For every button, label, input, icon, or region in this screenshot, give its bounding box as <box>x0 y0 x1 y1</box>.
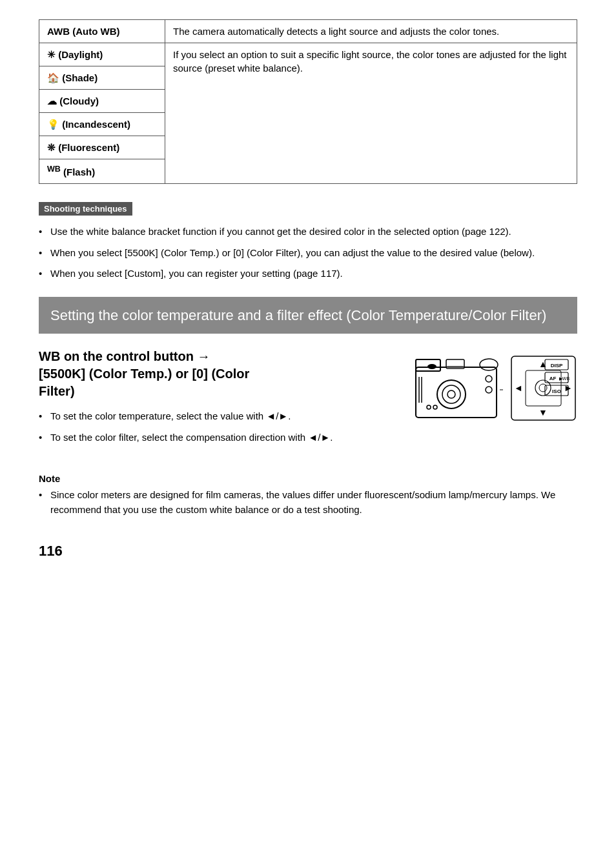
wb-section: WB on the control button →[5500K] (Color… <box>39 348 577 460</box>
table-cell-label-flash: WB (Flash) <box>39 159 165 184</box>
wb-bullet-list: To set the color temperature, select the… <box>39 409 384 445</box>
svg-text:▼: ▼ <box>539 407 548 418</box>
svg-text:▲: ▲ <box>539 359 548 369</box>
list-item: To set the color filter, select the comp… <box>39 430 384 445</box>
svg-point-6 <box>480 359 498 370</box>
list-item: Since color meters are designed for film… <box>39 488 577 517</box>
table-cell-desc-awb: The camera automatically detects a light… <box>165 20 577 43</box>
table-cell-label-cloudy: ☁ (Cloudy) <box>39 90 165 113</box>
list-item: When you select [5500K] (Color Temp.) or… <box>39 246 577 261</box>
camera-control-icon: DISP AF ▶WB ISO ◄ ► ▲ ▼ <box>509 354 577 422</box>
note-section: Note Since color meters are designed for… <box>39 473 577 517</box>
svg-text:AF: AF <box>549 376 557 381</box>
svg-text:ISO: ISO <box>552 389 561 394</box>
table-cell-label-fluorescent: ❊ (Fluorescent) <box>39 136 165 159</box>
wb-col-left: WB on the control button →[5500K] (Color… <box>39 348 384 460</box>
list-item: When you select [Custom], you can regist… <box>39 267 577 281</box>
list-item: To set the color temperature, select the… <box>39 409 384 424</box>
svg-point-2 <box>437 380 466 409</box>
note-list: Since color meters are designed for film… <box>39 488 577 517</box>
table-cell-label: AWB (Auto WB) <box>39 20 165 43</box>
svg-point-4 <box>447 390 455 398</box>
svg-point-7 <box>427 364 436 369</box>
svg-rect-0 <box>416 367 497 418</box>
table-cell-label-shade: 🏠 (Shade) <box>39 66 165 90</box>
svg-point-12 <box>433 405 437 409</box>
shooting-techniques-badge: Shooting techniques <box>39 202 132 216</box>
svg-point-11 <box>427 405 431 409</box>
svg-text:DISP: DISP <box>551 363 563 368</box>
wb-col-right: DISP AF ▶WB ISO ◄ ► ▲ ▼ <box>396 348 577 460</box>
section-header: Setting the color temperature and a filt… <box>39 297 577 334</box>
table-cell-desc-preset: If you select an option to suit a specif… <box>165 43 577 184</box>
svg-point-9 <box>486 376 492 382</box>
shooting-techniques-list: Use the white balance bracket function i… <box>39 225 577 281</box>
table-cell-label-incandescent: 💡 (Incandescent) <box>39 113 165 136</box>
wb-table: AWB (Auto WB) The camera automatically d… <box>39 19 577 184</box>
list-item: Use the white balance bracket function i… <box>39 225 577 239</box>
svg-text:▶WB: ▶WB <box>559 376 570 381</box>
camera-body-icon <box>413 354 503 422</box>
table-cell-label-daylight: ✳ (Daylight) <box>39 43 165 66</box>
svg-text:◄: ◄ <box>514 383 523 393</box>
svg-point-3 <box>442 385 460 403</box>
svg-point-30 <box>539 384 547 392</box>
svg-rect-8 <box>447 366 464 369</box>
wb-heading: WB on the control button →[5500K] (Color… <box>39 348 384 400</box>
note-heading: Note <box>39 473 577 484</box>
table-row: AWB (Auto WB) The camera automatically d… <box>39 20 577 43</box>
svg-point-10 <box>486 387 492 393</box>
table-row: ✳ (Daylight) If you select an option to … <box>39 43 577 66</box>
svg-point-29 <box>535 380 551 396</box>
svg-text:►: ► <box>564 383 573 393</box>
page-number: 116 <box>39 543 577 560</box>
